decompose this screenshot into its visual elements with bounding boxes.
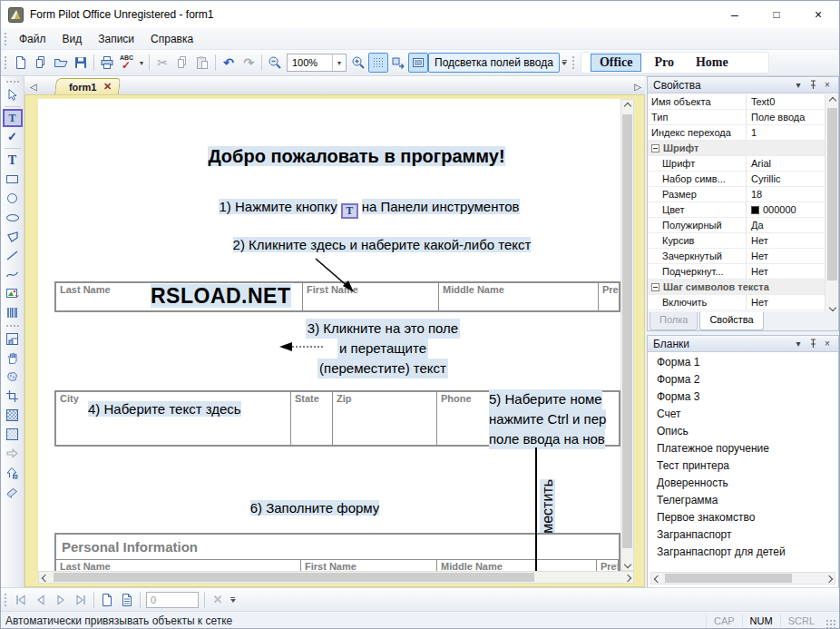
pin-icon[interactable] — [806, 338, 820, 350]
zoom-level-combo[interactable]: 100%▾ — [287, 54, 347, 72]
last-record-button[interactable] — [71, 590, 91, 610]
line-tool[interactable] — [3, 246, 23, 265]
scrollbar-thumb[interactable] — [827, 108, 837, 280]
field-highlight-button[interactable] — [408, 53, 428, 73]
toolbar-overflow-button[interactable] — [228, 590, 238, 610]
edition-tab[interactable]: Home — [687, 54, 737, 72]
grid-toggle-button[interactable] — [368, 53, 388, 73]
close-button[interactable]: × — [797, 1, 839, 28]
document-page[interactable]: Добро пожаловать в программу! 1) Нажмите… — [38, 99, 620, 571]
chevron-down-icon[interactable]: ▾ — [791, 79, 806, 92]
fill-light-tool[interactable] — [3, 425, 23, 444]
text-field-tool[interactable]: T — [3, 109, 23, 127]
curve-tool[interactable] — [3, 265, 23, 284]
property-row[interactable]: Размер 18 — [648, 187, 838, 202]
print-button[interactable] — [97, 53, 117, 73]
redo-button[interactable]: ↷ — [239, 53, 259, 73]
scroll-right-icon[interactable] — [621, 572, 633, 584]
step3-text[interactable]: 3) Кликните на это поле и перетащите (пе… — [274, 319, 492, 378]
scrollbar-thumb[interactable] — [665, 574, 792, 583]
image-tool[interactable] — [3, 284, 23, 303]
chevron-down-icon[interactable]: ▾ — [332, 54, 346, 71]
forward-arrow-tool[interactable] — [3, 444, 23, 463]
rectangle-tool[interactable] — [3, 170, 23, 189]
vertical-scrollbar[interactable] — [620, 99, 634, 571]
edition-tab[interactable]: Pro — [645, 54, 683, 72]
new-document-button[interactable] — [11, 53, 31, 73]
open-folder-button[interactable] — [51, 53, 71, 73]
list-item[interactable]: Доверенность — [648, 474, 838, 491]
property-row[interactable]: Индекс перехода 1 — [648, 125, 838, 141]
property-row[interactable]: Шрифт Arial — [648, 156, 838, 172]
scroll-left-icon[interactable] — [651, 573, 663, 585]
panel-tab[interactable]: Свойства — [699, 312, 763, 330]
list-item[interactable]: Опись — [648, 422, 838, 439]
horizontal-scrollbar[interactable] — [38, 571, 634, 584]
scrollbar-thumb[interactable] — [622, 114, 632, 548]
list-item[interactable]: Форма 1 — [648, 353, 838, 370]
delete-page-button[interactable]: ✕ — [208, 590, 228, 610]
resize-grip[interactable] — [825, 619, 836, 629]
list-item[interactable]: Форма 2 — [648, 370, 838, 388]
property-row[interactable]: Подчеркнут... Нет — [648, 264, 838, 280]
first-record-button[interactable] — [11, 590, 31, 610]
edition-tab[interactable]: Office — [591, 54, 642, 72]
list-item[interactable]: Телеграмма — [648, 491, 838, 508]
tab-scroll-right-icon[interactable]: ▷ — [634, 82, 641, 92]
step4-text[interactable]: 4) Наберите текст здесь — [88, 401, 241, 417]
scrollbar-thumb[interactable] — [54, 573, 534, 582]
fill-dark-tool[interactable] — [3, 406, 23, 425]
chevron-down-icon[interactable]: ▾ — [791, 338, 806, 350]
step6-text[interactable]: 6) Заполните форму — [151, 500, 478, 516]
document-tab[interactable]: form1 ✕ — [54, 78, 121, 94]
blanks-scrollbar[interactable] — [650, 572, 835, 585]
ellipse-tool[interactable] — [3, 208, 23, 227]
stamp-tool[interactable] — [3, 368, 23, 387]
crop-tool[interactable] — [3, 387, 23, 406]
send-up-tool[interactable] — [3, 463, 23, 482]
close-icon[interactable]: × — [820, 338, 835, 350]
copy-button[interactable] — [172, 53, 192, 73]
property-row[interactable]: Шаг символов текста — [648, 280, 838, 295]
field-tab-order-button[interactable] — [388, 53, 408, 73]
welcome-title[interactable]: Добро пожаловать в программу! — [93, 146, 620, 167]
list-item[interactable]: Тест принтера — [648, 457, 838, 474]
list-item[interactable]: Платежное поручение — [648, 439, 838, 457]
step2-text[interactable]: 2) Кликните здесь и наберите какой-либо … — [118, 237, 620, 252]
page-list-button[interactable] — [117, 590, 137, 610]
select-pointer-tool[interactable] — [3, 85, 23, 104]
page-number-input[interactable] — [146, 592, 199, 608]
list-item[interactable]: Загранпаспорт — [648, 526, 838, 543]
property-row[interactable]: Тип Поле ввода — [648, 110, 838, 125]
list-item[interactable]: Первое знакомство — [648, 508, 838, 526]
minimize-button[interactable]: – — [714, 1, 756, 28]
property-row[interactable]: Зачеркнутый Нет — [648, 249, 838, 264]
new-page-button[interactable] — [97, 590, 117, 610]
barcode-tool[interactable] — [3, 303, 23, 322]
cut-button[interactable]: ✂ — [152, 53, 172, 73]
paste-button[interactable] — [192, 53, 212, 73]
undo-button[interactable]: ↶ — [219, 53, 239, 73]
zoom-in-button[interactable] — [348, 53, 368, 73]
tab-scroll-left-icon[interactable]: ◁ — [24, 82, 41, 94]
maximize-button[interactable]: □ — [756, 1, 797, 28]
scroll-up-icon[interactable] — [826, 94, 838, 106]
list-item[interactable]: Загранпаспорт для детей — [648, 543, 838, 560]
static-text-tool[interactable]: T — [3, 151, 23, 170]
property-row[interactable]: Полужирный Да — [648, 218, 838, 233]
property-row[interactable]: Набор симв... Cyrillic — [648, 172, 838, 187]
eraser-tool[interactable] — [3, 482, 23, 501]
list-item[interactable]: Счет — [648, 405, 838, 422]
menu-item[interactable]: Справка — [142, 30, 201, 48]
highlight-fields-toggle[interactable]: Подсветка полей ввода — [428, 53, 560, 73]
scroll-down-icon[interactable] — [621, 558, 633, 570]
pan-hand-tool[interactable] — [3, 349, 23, 368]
panel-tab[interactable]: Полка — [650, 312, 698, 330]
pin-icon[interactable] — [806, 79, 820, 92]
close-icon[interactable]: × — [820, 79, 835, 92]
menu-item[interactable]: Вид — [54, 30, 91, 48]
checkmark-tool[interactable]: ✓ — [3, 127, 23, 146]
list-item[interactable]: Форма 3 — [648, 388, 838, 405]
toolbar-overflow-button[interactable] — [560, 53, 570, 73]
watermark-text[interactable]: RSLOAD.NET — [151, 284, 291, 309]
